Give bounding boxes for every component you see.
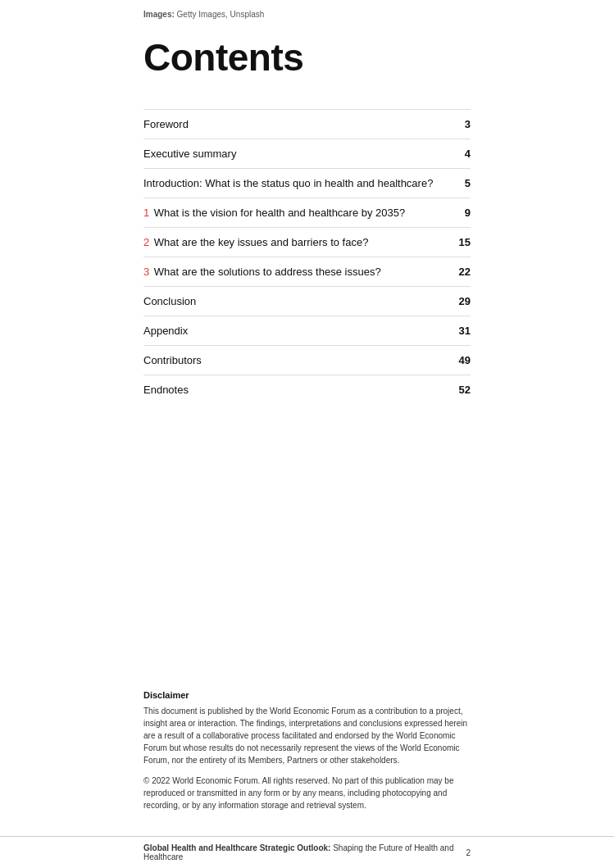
toc-page-number: 31: [451, 325, 471, 337]
toc-row: Appendix31: [143, 316, 471, 345]
footer-title: Global Health and Healthcare Strategic O…: [143, 843, 466, 861]
page-title: Contents: [143, 35, 471, 80]
toc-table: Foreword3Executive summary4Introduction:…: [143, 109, 471, 404]
toc-page-number: 49: [451, 354, 471, 366]
chapter-number: 3: [143, 266, 152, 278]
top-caption: Images: Getty Images, Unsplash: [0, 0, 614, 19]
toc-page-number: 5: [451, 177, 471, 189]
chapter-number: 1: [143, 207, 152, 219]
toc-label: Introduction: What is the status quo in …: [143, 177, 451, 189]
toc-label: 2 What are the key issues and barriers t…: [143, 236, 451, 248]
toc-label: 1 What is the vision for health and heal…: [143, 207, 451, 219]
toc-row: 2 What are the key issues and barriers t…: [143, 227, 471, 257]
disclaimer-title: Disclaimer: [143, 690, 471, 700]
toc-label: Endnotes: [143, 384, 451, 396]
disclaimer-paragraph-2: © 2022 World Economic Forum. All rights …: [143, 775, 471, 811]
disclaimer-section: Disclaimer This document is published by…: [0, 690, 614, 836]
toc-row: Executive summary4: [143, 139, 471, 168]
toc-page-number: 15: [451, 236, 471, 248]
toc-label: 3 What are the solutions to address thes…: [143, 266, 451, 278]
toc-label: Contributors: [143, 354, 451, 366]
toc-label: Appendix: [143, 325, 451, 337]
footer-page-number: 2: [466, 848, 471, 857]
toc-row: 3 What are the solutions to address thes…: [143, 257, 471, 286]
chapter-number: 2: [143, 236, 152, 248]
disclaimer-paragraph-1: This document is published by the World …: [143, 705, 471, 766]
image-sources: Getty Images, Unsplash: [177, 10, 265, 19]
toc-page-number: 29: [451, 295, 471, 307]
toc-label: Executive summary: [143, 148, 451, 160]
footer-title-bold: Global Health and Healthcare Strategic O…: [143, 843, 330, 852]
main-content: Contents Foreword3Executive summary4Intr…: [0, 19, 614, 690]
images-label: Images:: [143, 10, 175, 19]
toc-page-number: 3: [451, 118, 471, 130]
toc-row: 1 What is the vision for health and heal…: [143, 198, 471, 227]
toc-row: Introduction: What is the status quo in …: [143, 168, 471, 198]
toc-row: Conclusion29: [143, 286, 471, 316]
toc-label: Conclusion: [143, 295, 451, 307]
toc-row: Contributors49: [143, 345, 471, 375]
toc-page-number: 52: [451, 384, 471, 396]
page: Images: Getty Images, Unsplash Contents …: [0, 0, 614, 868]
toc-row: Endnotes52: [143, 375, 471, 404]
toc-page-number: 4: [451, 148, 471, 160]
toc-page-number: 9: [451, 207, 471, 219]
toc-page-number: 22: [451, 266, 471, 278]
toc-row: Foreword3: [143, 109, 471, 139]
toc-label: Foreword: [143, 118, 451, 130]
footer-bar: Global Health and Healthcare Strategic O…: [0, 836, 614, 868]
